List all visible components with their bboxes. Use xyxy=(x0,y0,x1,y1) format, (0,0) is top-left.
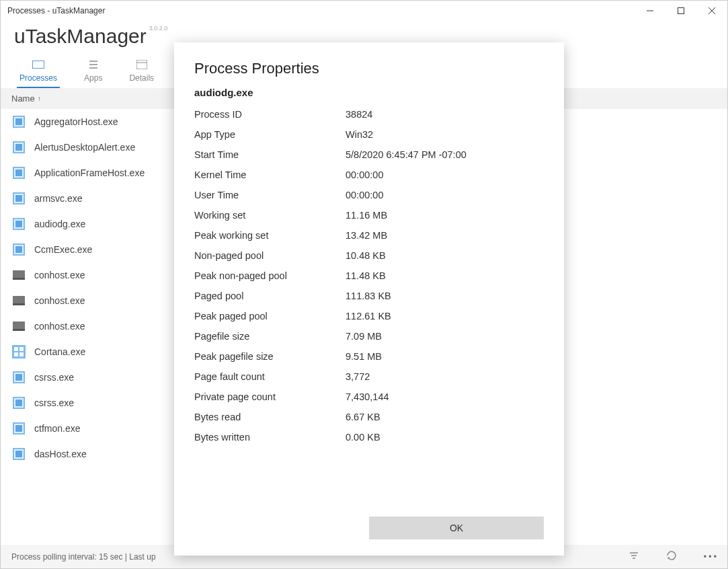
dialog-process-name: audiodg.exe xyxy=(194,87,544,98)
svg-rect-4 xyxy=(32,61,44,69)
tab-label: Apps xyxy=(84,73,102,83)
process-name: CcmExec.exe xyxy=(34,244,92,255)
prop-label: Process ID xyxy=(194,109,346,120)
properties-dialog: Process Properties audiodg.exe Process I… xyxy=(174,42,564,556)
prop-label: Private page count xyxy=(194,391,346,402)
tab-details[interactable]: Details xyxy=(129,60,154,88)
prop-value: 112.61 KB xyxy=(346,311,391,321)
console-icon xyxy=(11,293,26,308)
status-text: Process polling interval: 15 sec | Last … xyxy=(11,552,156,562)
dialog-title: Process Properties xyxy=(194,60,544,77)
app-icon xyxy=(11,447,26,461)
prop-value: 0.00 KB xyxy=(346,432,380,443)
prop-value: 13.42 MB xyxy=(346,230,387,241)
app-icon xyxy=(11,191,26,206)
prop-label: Bytes written xyxy=(194,432,346,443)
refresh-icon[interactable] xyxy=(666,550,677,563)
process-name: ctfmon.exe xyxy=(34,423,80,434)
process-name: audiodg.exe xyxy=(34,219,85,229)
svg-rect-1 xyxy=(678,8,684,14)
process-name: armsvc.exe xyxy=(34,193,83,204)
prop-label: Page fault count xyxy=(194,371,346,382)
prop-value: 7.09 MB xyxy=(346,331,382,342)
prop-value: 7,430,144 xyxy=(346,391,389,402)
prop-value: 11.16 MB xyxy=(346,210,387,221)
prop-value: 3,772 xyxy=(346,371,370,382)
prop-label: Peak non-paged pool xyxy=(194,270,346,281)
prop-label: Peak paged pool xyxy=(194,311,346,321)
prop-label: Peak pagefile size xyxy=(194,351,346,362)
tab-label: Processes xyxy=(19,73,57,83)
app-icon xyxy=(11,217,26,231)
process-name: csrss.exe xyxy=(34,397,74,408)
prop-label: Kernel Time xyxy=(194,169,346,180)
process-name: Cortana.exe xyxy=(34,346,85,357)
details-icon xyxy=(136,60,148,69)
process-name: dasHost.exe xyxy=(34,449,87,459)
prop-label: Pagefile size xyxy=(194,331,346,342)
sort-asc-icon: ↑ xyxy=(38,95,41,102)
prop-label: Paged pool xyxy=(194,291,346,301)
app-icon xyxy=(11,370,26,385)
process-name: AlertusDesktopAlert.exe xyxy=(34,142,135,153)
process-name: conhost.exe xyxy=(34,321,85,332)
prop-value: 6.67 KB xyxy=(346,412,380,422)
filter-icon[interactable] xyxy=(629,551,639,562)
prop-label: Bytes read xyxy=(194,412,346,422)
process-name: AggregatorHost.exe xyxy=(34,116,118,127)
app-icon xyxy=(11,114,26,129)
prop-label: Peak working set xyxy=(194,230,346,241)
prop-label: Start Time xyxy=(194,149,346,160)
app-icon xyxy=(11,165,26,180)
prop-label: User Time xyxy=(194,190,346,200)
prop-value: Win32 xyxy=(346,129,373,140)
titlebar[interactable]: Processes - uTaskManager xyxy=(1,1,727,21)
app-icon xyxy=(11,242,26,257)
tab-processes[interactable]: Processes xyxy=(19,60,57,88)
process-name: csrss.exe xyxy=(34,372,74,383)
process-name: conhost.exe xyxy=(34,295,85,306)
prop-value: 9.51 MB xyxy=(346,351,382,362)
tab-apps[interactable]: Apps xyxy=(84,60,102,88)
console-icon xyxy=(11,268,26,282)
console-icon xyxy=(11,319,26,334)
minimize-button[interactable] xyxy=(635,1,665,21)
processes-icon xyxy=(32,60,44,69)
ok-button[interactable]: OK xyxy=(369,517,544,539)
prop-value: 5/8/2020 6:45:47 PM -07:00 xyxy=(346,149,467,160)
apps-icon xyxy=(87,60,99,69)
tab-label: Details xyxy=(129,73,154,83)
app-icon xyxy=(11,421,26,436)
maximize-button[interactable] xyxy=(665,1,696,21)
app-icon xyxy=(11,140,26,155)
windows-icon xyxy=(11,344,26,359)
prop-value: 00:00:00 xyxy=(346,190,383,200)
process-name: conhost.exe xyxy=(34,270,85,280)
process-name: ApplicationFrameHost.exe xyxy=(34,167,145,178)
prop-value: 38824 xyxy=(346,109,372,120)
prop-label: Non-paged pool xyxy=(194,250,346,261)
prop-value: 11.48 KB xyxy=(346,270,386,281)
svg-rect-8 xyxy=(136,60,147,69)
prop-value: 10.48 KB xyxy=(346,250,386,261)
app-icon xyxy=(11,395,26,410)
window-title: Processes - uTaskManager xyxy=(7,6,105,15)
prop-label: App Type xyxy=(194,129,346,140)
prop-value: 00:00:00 xyxy=(346,169,383,180)
more-icon[interactable]: • • • xyxy=(704,552,717,562)
app-version: 3.0.2.0 xyxy=(149,25,168,32)
prop-value: 111.83 KB xyxy=(346,291,391,301)
prop-label: Working set xyxy=(194,210,346,221)
close-button[interactable] xyxy=(696,1,727,21)
